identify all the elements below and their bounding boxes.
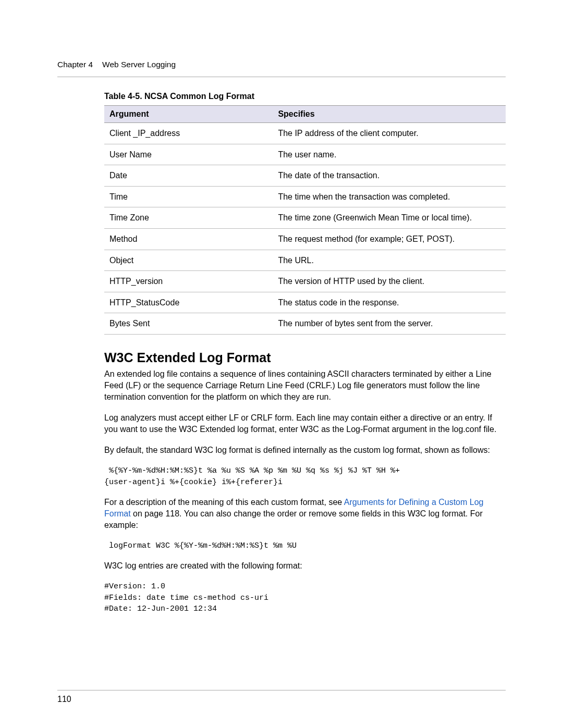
paragraph: Log analyzers must accept either LF or C… <box>104 412 506 435</box>
table-row: User Name The user name. <box>104 144 506 165</box>
cell-argument: Method <box>104 228 273 250</box>
paragraph: W3C log entries are created with the fol… <box>104 560 506 572</box>
text-span: on page 118. You can also change the ord… <box>104 509 483 529</box>
cell-specifies: The status code in the response. <box>273 292 506 313</box>
chapter-title: Web Server Logging <box>102 60 176 69</box>
cell-specifies: The version of HTTP used by the client. <box>273 271 506 292</box>
header-divider <box>57 77 506 77</box>
cell-specifies: The request method (for example; GET, PO… <box>273 228 506 250</box>
cell-argument: Bytes Sent <box>104 313 273 335</box>
code-block: #Version: 1.0 #Fields: date time cs-meth… <box>104 581 506 615</box>
section-heading: W3C Extended Log Format <box>104 350 506 365</box>
code-block: %{%Y-%m-%d%H:%M:%S}t %a %u %S %A %p %m %… <box>104 465 506 488</box>
cell-argument: User Name <box>104 144 273 165</box>
cell-argument: Time <box>104 186 273 207</box>
cell-specifies: The time zone (Greenwich Mean Time or lo… <box>273 207 506 229</box>
table-row: Date The date of the transaction. <box>104 165 506 187</box>
table-row: HTTP_version The version of HTTP used by… <box>104 271 506 292</box>
cell-specifies: The URL. <box>273 250 506 271</box>
cell-specifies: The time when the transaction was comple… <box>273 186 506 207</box>
paragraph: By default, the standard W3C log format … <box>104 445 506 456</box>
table-header-row: Argument Specifies <box>104 106 506 123</box>
cell-specifies: The user name. <box>273 144 506 165</box>
cell-specifies: The date of the transaction. <box>273 165 506 187</box>
cell-argument: HTTP_version <box>104 271 273 292</box>
content-area: Table 4-5. NCSA Common Log Format Argume… <box>104 92 506 615</box>
paragraph-with-link: For a description of the meaning of this… <box>104 497 506 531</box>
table-row: Bytes Sent The number of bytes sent from… <box>104 313 506 335</box>
cell-argument: HTTP_StatusCode <box>104 292 273 313</box>
page-number: 110 <box>57 695 71 704</box>
table-row: Method The request method (for example; … <box>104 228 506 250</box>
cell-specifies: The IP address of the client computer. <box>273 123 506 144</box>
table-row: Time The time when the transaction was c… <box>104 186 506 207</box>
col-header-argument: Argument <box>104 106 273 123</box>
cell-argument: Date <box>104 165 273 187</box>
paragraph: An extended log file contains a sequence… <box>104 368 506 403</box>
ncsa-log-table: Argument Specifies Client _IP_address Th… <box>104 105 506 335</box>
cell-argument: Object <box>104 250 273 271</box>
text-span: For a description of the meaning of this… <box>104 498 344 507</box>
table-row: Client _IP_address The IP address of the… <box>104 123 506 144</box>
table-caption: Table 4-5. NCSA Common Log Format <box>104 92 506 101</box>
chapter-label: Chapter 4 <box>57 60 93 69</box>
col-header-specifies: Specifies <box>273 106 506 123</box>
cell-argument: Time Zone <box>104 207 273 229</box>
table-row: Object The URL. <box>104 250 506 271</box>
table-row: Time Zone The time zone (Greenwich Mean … <box>104 207 506 229</box>
document-page: Chapter 4 Web Server Logging Table 4-5. … <box>0 0 563 728</box>
running-header: Chapter 4 Web Server Logging <box>57 60 506 75</box>
footer-divider <box>57 690 506 690</box>
cell-specifies: The number of bytes sent from the server… <box>273 313 506 335</box>
cell-argument: Client _IP_address <box>104 123 273 144</box>
table-row: HTTP_StatusCode The status code in the r… <box>104 292 506 313</box>
code-block: logFormat W3C %{%Y-%m-%d%H:%M:%S}t %m %U <box>104 540 506 552</box>
